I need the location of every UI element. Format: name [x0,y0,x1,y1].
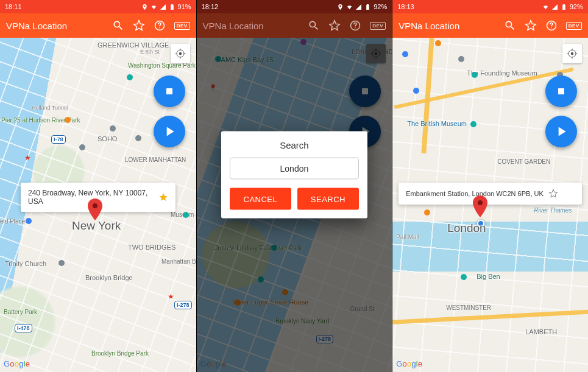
map-label: SOHO [97,135,117,142]
locate-button[interactable] [562,44,582,63]
map-label: Brooklyn Bridge Park [91,350,149,357]
battery-icon [169,4,175,10]
google-logo: Google [4,359,30,368]
search-button[interactable]: SEARCH [297,188,359,210]
wifi-icon [151,4,157,10]
status-bar: 18:12 92% [197,0,392,13]
wifi-icon [542,4,549,10]
location-icon [337,4,344,10]
map[interactable]: GREENWICH VILLAGE E 8th St Washington Sq… [0,38,196,372]
star-icon[interactable] [525,19,537,32]
map-label: eld Place [0,218,25,225]
svg-rect-15 [558,88,564,94]
svg-point-14 [571,52,574,55]
map-pin-icon [472,195,488,217]
map-label: WESTMINSTER [446,304,491,311]
road-shield: I-78 [51,135,66,144]
app-bar: VPNa Location DEV [197,13,392,38]
app-title: VPNa Location [203,21,308,31]
map-label: Holland Tunnel [32,105,68,111]
battery-icon [364,4,371,10]
app-title: VPNa Location [398,21,504,31]
status-time: 18:11 [5,3,22,10]
play-button[interactable] [545,116,577,147]
map-label: COVENT GARDEN [497,158,550,165]
star-icon[interactable] [328,19,341,32]
app-bar: VPNa Location DEV [392,13,588,38]
battery-percent: 92% [570,3,583,10]
signal-icon [551,4,558,10]
poi-icon: ★ [24,155,30,161]
address-card[interactable]: Embankment Station, London WC2N 6PB, UK [398,183,582,205]
cancel-button[interactable]: CANCEL [230,188,291,210]
svg-point-12 [551,27,552,29]
stop-button[interactable] [545,75,577,107]
status-icons: 91% [141,3,191,10]
map-label: Manhattan Br [161,258,196,265]
status-time: 18:12 [202,3,219,10]
poi-icon [79,144,85,150]
dev-badge: DEV [174,22,190,30]
status-bar: 18:11 91% [0,0,196,13]
stop-button[interactable] [154,75,185,107]
map-label: GREENWICH VILLAGE [97,41,169,49]
help-icon[interactable] [154,19,166,32]
status-icons: 92% [542,3,583,10]
map-label: TWO BRIDGES [128,244,175,251]
signal-icon [355,4,362,10]
google-logo: Google [396,359,422,368]
help-icon[interactable] [545,19,558,32]
map-pin-icon [87,198,103,220]
svg-point-7 [355,27,356,29]
map-label: Big Ben [476,273,500,280]
map-label: E 8th St [140,49,160,55]
help-icon[interactable] [349,19,361,32]
search-icon[interactable] [112,19,124,32]
map[interactable]: The Foundling Museum The British Museum … [392,38,588,372]
favorite-star-icon[interactable] [548,189,558,198]
poi-icon [65,117,71,123]
star-icon[interactable] [133,19,145,32]
svg-point-3 [179,52,182,55]
play-button[interactable] [154,116,185,147]
battery-icon [561,4,567,10]
favorite-star-icon[interactable] [158,192,168,202]
map-label: The British Museum [407,120,467,127]
dev-badge: DEV [370,22,386,30]
svg-point-5 [93,203,97,208]
status-time: 18:13 [397,3,414,10]
dev-badge: DEV [566,22,582,30]
city-label: New York [72,219,121,233]
road-shield: I-278 [174,301,192,309]
poi-icon [58,260,65,266]
map-label: Battery Park [4,309,37,315]
search-input[interactable] [230,158,359,180]
locate-button[interactable] [171,44,190,63]
poi-icon [135,135,141,141]
app-bar: VPNa Location DEV [0,13,196,38]
poi-icon [26,218,32,224]
battery-percent: 91% [178,3,191,10]
map-label: Brooklyn Bridge [85,274,133,281]
status-icons: 92% [337,3,387,10]
poi-icon [110,125,116,132]
signal-icon [160,4,166,10]
search-icon[interactable] [308,19,320,32]
svg-point-16 [478,200,483,205]
map-label: Pall Mall [396,234,419,240]
svg-point-1 [159,27,160,29]
map-label: LOWER MANHATTAN [125,156,186,163]
app-title: VPNa Location [6,21,112,31]
poi-icon [183,212,189,218]
city-label: London [447,222,486,235]
search-icon[interactable] [504,19,516,32]
map-label: Trinity Church [5,260,46,267]
location-icon [141,4,148,10]
search-dialog: Search CANCEL SEARCH [221,132,367,219]
battery-percent: 92% [374,3,387,10]
dialog-title: Search [230,140,359,150]
road-shield: I-478 [15,324,32,332]
poi-icon [127,74,133,80]
map-label: River Thames [534,207,572,214]
svg-rect-4 [166,88,172,94]
